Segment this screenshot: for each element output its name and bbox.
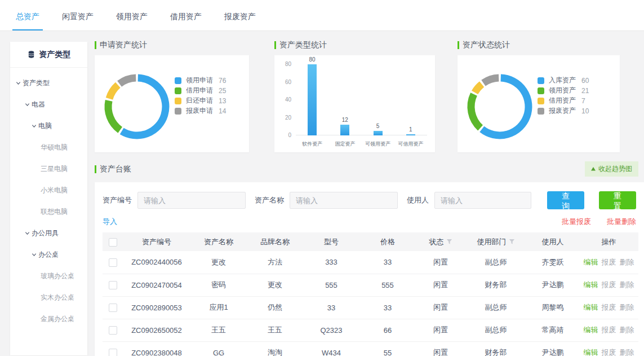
legend-label: 报废申请 bbox=[186, 106, 219, 116]
legend-value: 14 bbox=[219, 107, 226, 115]
row-checkbox[interactable] bbox=[109, 281, 117, 289]
legend-color-chip bbox=[538, 98, 544, 104]
tree-item[interactable]: 玻璃办公桌 bbox=[10, 265, 87, 287]
row-checkbox[interactable] bbox=[109, 326, 117, 335]
legend-item: 借用申请25 bbox=[175, 87, 226, 94]
ledger-card: 资产编号资产名称使用人 查询 重置 导入 批量报废 批量删除 资 bbox=[95, 182, 644, 356]
filter-icon[interactable] bbox=[509, 239, 515, 245]
scrap-link[interactable]: 报废 bbox=[602, 303, 616, 311]
legend-label: 报废资产 bbox=[549, 106, 581, 116]
reset-button[interactable]: 重置 bbox=[599, 191, 636, 209]
legend-color-chip bbox=[538, 108, 544, 115]
row-checkbox[interactable] bbox=[109, 349, 117, 356]
tree-item-label: 办公桌 bbox=[38, 250, 59, 260]
edit-link[interactable]: 编辑 bbox=[584, 303, 598, 311]
edit-link[interactable]: 编辑 bbox=[584, 280, 598, 289]
legend-value: 10 bbox=[581, 107, 589, 115]
cell-status: 闲置 bbox=[416, 341, 465, 356]
column-header: 操作 bbox=[579, 232, 638, 251]
y-axis-tick: 80 bbox=[277, 61, 291, 67]
panel-title-text: 资产类型统计 bbox=[279, 40, 327, 50]
tree-item[interactable]: 实木办公桌 bbox=[10, 287, 87, 308]
row-checkbox[interactable] bbox=[109, 304, 117, 312]
search-button[interactable]: 查询 bbox=[547, 191, 584, 209]
cell-price: 55 bbox=[359, 341, 416, 356]
column-header-label: 价格 bbox=[380, 238, 395, 246]
delete-link[interactable]: 删除 bbox=[620, 326, 634, 334]
ledger-header: 资产台账 收起趋势图 bbox=[95, 161, 644, 177]
cell-price: 66 bbox=[359, 319, 416, 341]
tree-item-label: 办公用具 bbox=[32, 228, 59, 238]
tree-item[interactable]: 办公用具 bbox=[10, 222, 87, 244]
legend-value: 25 bbox=[219, 87, 226, 95]
table-row: ZC0902380048GG淘淘W43455闲置财务部尹达鹏编辑报废删除 bbox=[103, 341, 638, 356]
filter-input[interactable] bbox=[290, 192, 398, 209]
delete-link[interactable]: 删除 bbox=[620, 280, 634, 289]
donut-segment bbox=[109, 85, 118, 99]
collapse-trend-button[interactable]: 收起趋势图 bbox=[585, 161, 638, 177]
legend-value: 7 bbox=[581, 97, 585, 105]
sidebar: 资产类型 资产类型电器电脑华硕电脑三星电脑小米电脑联想电脑办公用具办公桌玻璃办公… bbox=[10, 42, 87, 355]
scrap-link[interactable]: 报废 bbox=[602, 326, 616, 334]
tab-bar: 总资产闲置资产领用资产借用资产报废资产 bbox=[0, 0, 644, 31]
legend-item: 归还申请13 bbox=[175, 97, 226, 104]
type-stats-chart: 02040608080软件资产12固定资产5可领用资产1可借用资产 bbox=[274, 55, 435, 152]
panel-title: 资产类型统计 bbox=[274, 41, 435, 50]
filter-icon[interactable] bbox=[446, 239, 452, 245]
sidebar-title: 资产类型 bbox=[39, 50, 71, 60]
legend-item: 领用资产21 bbox=[538, 87, 589, 94]
cell-user: 尹达鹏 bbox=[526, 274, 579, 296]
scrap-link[interactable]: 报废 bbox=[602, 258, 616, 266]
legend-label: 借用申请 bbox=[186, 86, 219, 95]
row-checkbox[interactable] bbox=[109, 258, 117, 267]
column-header-label: 型号 bbox=[324, 238, 339, 246]
cell-brand-name: 方法 bbox=[247, 251, 303, 274]
database-icon bbox=[27, 50, 35, 59]
donut-segment bbox=[482, 78, 528, 135]
tree-item[interactable]: 电器 bbox=[10, 94, 87, 115]
filter-label: 资产名称 bbox=[255, 195, 284, 205]
batch-scrap-link[interactable]: 批量报废 bbox=[562, 217, 591, 227]
tree-item[interactable]: 金属办公桌 bbox=[10, 308, 87, 329]
tab-item[interactable]: 闲置资产 bbox=[59, 12, 97, 30]
tab-item[interactable]: 报废资产 bbox=[221, 12, 259, 30]
scrap-link[interactable]: 报废 bbox=[602, 280, 616, 289]
cell-model: W434 bbox=[303, 341, 359, 356]
bar-value-label: 12 bbox=[334, 117, 356, 123]
cell-asset-code: ZC0902470054 bbox=[123, 274, 190, 296]
cell-model: Q2323 bbox=[303, 319, 359, 341]
row-checkbox-cell bbox=[103, 274, 123, 296]
tree-item[interactable]: 资产类型 bbox=[10, 72, 87, 94]
tree-item[interactable]: 办公桌 bbox=[10, 244, 87, 265]
tree-item-label: 实木办公桌 bbox=[41, 293, 74, 302]
tab-item[interactable]: 领用资产 bbox=[113, 12, 151, 30]
tree-item[interactable]: 联想电脑 bbox=[10, 201, 87, 222]
cell-brand-name: 更改 bbox=[247, 274, 303, 296]
tree-item[interactable]: 小米电脑 bbox=[10, 179, 87, 201]
tab-item[interactable]: 总资产 bbox=[12, 12, 43, 30]
cell-user: 尹达鹏 bbox=[526, 341, 579, 356]
delete-link[interactable]: 删除 bbox=[620, 258, 634, 266]
tree-item[interactable]: 三星电脑 bbox=[10, 158, 87, 179]
edit-link[interactable]: 编辑 bbox=[584, 258, 598, 266]
filter-input[interactable] bbox=[137, 192, 246, 209]
row-checkbox-cell bbox=[103, 341, 123, 356]
edit-link[interactable]: 编辑 bbox=[584, 326, 598, 334]
scrap-link[interactable]: 报废 bbox=[602, 348, 616, 356]
y-axis-tick: 40 bbox=[277, 97, 291, 103]
tab-item[interactable]: 借用资产 bbox=[167, 12, 205, 30]
delete-link[interactable]: 删除 bbox=[620, 348, 634, 356]
tree-item[interactable]: 电脑 bbox=[10, 115, 87, 137]
delete-link[interactable]: 删除 bbox=[620, 303, 634, 311]
filter-input[interactable] bbox=[434, 192, 531, 209]
title-accent-bar bbox=[274, 41, 276, 49]
import-link[interactable]: 导入 bbox=[103, 217, 117, 227]
batch-delete-link[interactable]: 批量删除 bbox=[607, 217, 636, 227]
tree-item[interactable]: 华硕电脑 bbox=[10, 137, 87, 158]
bar-value-label: 5 bbox=[367, 123, 389, 129]
cell-status: 闲置 bbox=[416, 296, 465, 319]
edit-link[interactable]: 编辑 bbox=[584, 348, 598, 356]
select-all-checkbox[interactable] bbox=[109, 238, 117, 247]
tree-item-label: 联想电脑 bbox=[41, 207, 68, 217]
cell-department: 财务部 bbox=[465, 274, 526, 296]
